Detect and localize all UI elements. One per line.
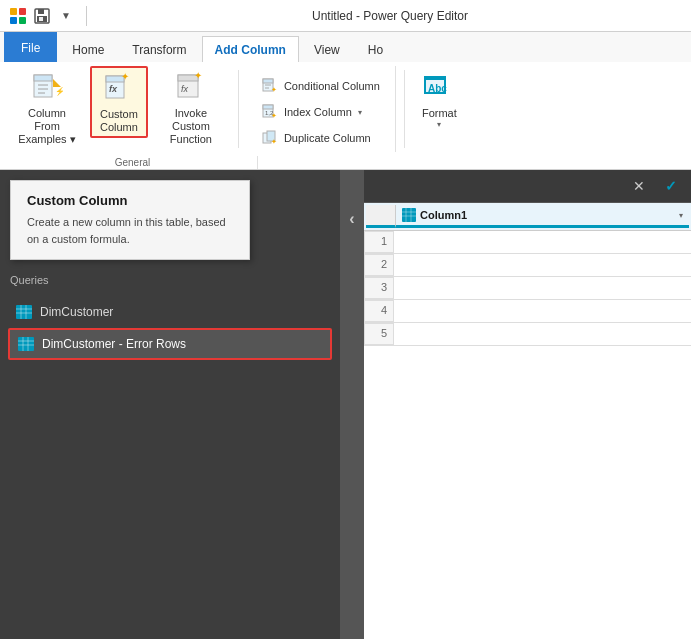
- column-from-examples-icon: ⚡: [31, 71, 63, 103]
- row-num-5: 5: [364, 323, 394, 345]
- svg-text:✦: ✦: [271, 138, 277, 145]
- duplicate-column-button[interactable]: ✦ Duplicate Column: [255, 126, 387, 150]
- invoke-custom-function-icon: fx ✦: [175, 71, 207, 103]
- data-grid-header: ✕ ✓: [364, 170, 691, 203]
- row-num-1: 1: [364, 231, 394, 253]
- svg-text:✦: ✦: [271, 112, 277, 119]
- dropdown-icon[interactable]: ▼: [56, 6, 76, 26]
- format-dropdown-arrow: ▾: [437, 120, 441, 129]
- data-row-5: 5: [364, 323, 691, 346]
- svg-rect-3: [19, 17, 26, 24]
- tab-add-column[interactable]: Add Column: [202, 36, 299, 62]
- row-num-2: 2: [364, 254, 394, 276]
- panel-toggle-button[interactable]: ‹: [340, 170, 364, 639]
- column-from-examples-button[interactable]: ⚡ Column FromExamples ▾: [8, 66, 86, 138]
- dim-customer-error-label: DimCustomer - Error Rows: [42, 337, 186, 351]
- col1-header-label: Column1: [420, 209, 467, 221]
- index-column-dropdown-arrow: ▾: [358, 108, 362, 117]
- row-2-col1: [394, 254, 691, 276]
- row-num-header: [366, 205, 396, 228]
- invoke-custom-function-button[interactable]: fx ✦ Invoke CustomFunction: [152, 66, 230, 138]
- svg-rect-36: [425, 77, 445, 80]
- svg-rect-2: [10, 17, 17, 24]
- dim-customer-label: DimCustomer: [40, 305, 113, 319]
- row-num-3: 3: [364, 277, 394, 299]
- data-row-1: 1: [364, 231, 691, 254]
- duplicate-column-icon: ✦: [262, 130, 278, 146]
- svg-rect-1: [19, 8, 26, 15]
- title-bar-icons: ▼: [8, 6, 76, 26]
- window-title: Untitled - Power Query Editor: [97, 9, 683, 23]
- conditional-column-button[interactable]: ✦ Conditional Column: [255, 74, 387, 98]
- col1-header[interactable]: Column1 ▾: [396, 205, 689, 228]
- row-num-4: 4: [364, 300, 394, 322]
- svg-text:fx: fx: [181, 84, 189, 94]
- right-panel: ✕ ✓ Column1 ▾ 1: [364, 170, 691, 639]
- title-bar-separator: [86, 6, 87, 26]
- col1-type-icon: [402, 208, 416, 222]
- index-column-label: Index Column: [284, 106, 352, 118]
- data-row-2: 2: [364, 254, 691, 277]
- tab-bar: File Home Transform Add Column View Ho: [0, 32, 691, 62]
- svg-text:Abc: Abc: [428, 83, 447, 94]
- svg-text:⚡: ⚡: [55, 86, 63, 96]
- data-rows: 1 2 3 4 5: [364, 231, 691, 639]
- dim-customer-error-icon: [18, 336, 34, 352]
- duplicate-column-label: Duplicate Column: [284, 132, 371, 144]
- row-3-col1: [394, 277, 691, 299]
- data-row-4: 4: [364, 300, 691, 323]
- tab-transform[interactable]: Transform: [119, 36, 199, 62]
- general-group-label: General: [8, 156, 258, 169]
- custom-column-tooltip: Custom Column Create a new column in thi…: [10, 180, 250, 260]
- column-from-examples-label: Column FromExamples ▾: [17, 107, 77, 147]
- col1-dropdown-icon[interactable]: ▾: [679, 211, 683, 220]
- svg-text:✦: ✦: [194, 71, 202, 81]
- custom-column-icon: fx ✦: [103, 72, 135, 104]
- right-ribbon-group: ✦ Conditional Column 1,2 ✦ Index Column …: [247, 66, 396, 152]
- svg-marker-13: [53, 79, 61, 87]
- ribbon-divider-1: [238, 70, 239, 148]
- queries-label: Queries: [0, 270, 340, 290]
- svg-rect-9: [34, 75, 52, 81]
- app-icon: [8, 6, 28, 26]
- index-column-button[interactable]: 1,2 ✦ Index Column ▾: [255, 100, 387, 124]
- svg-rect-38: [16, 305, 32, 319]
- svg-rect-48: [402, 208, 416, 222]
- tab-file[interactable]: File: [4, 32, 57, 62]
- query-item-dim-customer-error[interactable]: DimCustomer - Error Rows: [8, 328, 332, 360]
- grid-close-button[interactable]: ✕: [627, 174, 651, 198]
- tooltip-title: Custom Column: [27, 193, 233, 208]
- format-button[interactable]: Abc Format ▾: [413, 66, 466, 138]
- conditional-column-label: Conditional Column: [284, 80, 380, 92]
- ribbon-group-label-row: General: [0, 156, 691, 170]
- tab-ho[interactable]: Ho: [355, 36, 396, 62]
- main-area: Custom Column Create a new column in thi…: [0, 170, 691, 639]
- column-header-row: Column1 ▾: [364, 203, 691, 231]
- svg-rect-7: [39, 17, 43, 21]
- svg-rect-29: [263, 105, 273, 109]
- svg-rect-5: [38, 9, 44, 14]
- grid-confirm-button[interactable]: ✓: [659, 174, 683, 198]
- tooltip-description: Create a new column in this table, based…: [27, 214, 233, 247]
- query-list: DimCustomer DimCustomer - Error Rows: [0, 298, 340, 360]
- index-column-icon: 1,2 ✦: [262, 104, 278, 120]
- svg-text:✦: ✦: [271, 86, 277, 93]
- title-bar: ▼ Untitled - Power Query Editor: [0, 0, 691, 32]
- svg-text:fx: fx: [109, 84, 118, 94]
- custom-column-label: CustomColumn: [100, 108, 138, 134]
- query-item-dim-customer[interactable]: DimCustomer: [8, 298, 332, 326]
- format-label: Format: [422, 107, 457, 120]
- dim-customer-icon: [16, 304, 32, 320]
- invoke-custom-function-label: Invoke CustomFunction: [161, 107, 221, 147]
- conditional-column-icon: ✦: [262, 78, 278, 94]
- ribbon-divider-2: [404, 70, 405, 148]
- row-5-col1: [394, 323, 691, 345]
- format-icon: Abc: [423, 71, 455, 103]
- svg-text:✦: ✦: [121, 72, 129, 82]
- save-icon[interactable]: [32, 6, 52, 26]
- svg-rect-43: [18, 337, 34, 351]
- left-panel: Custom Column Create a new column in thi…: [0, 170, 340, 639]
- tab-view[interactable]: View: [301, 36, 353, 62]
- custom-column-button[interactable]: fx ✦ CustomColumn: [90, 66, 148, 138]
- tab-home[interactable]: Home: [59, 36, 117, 62]
